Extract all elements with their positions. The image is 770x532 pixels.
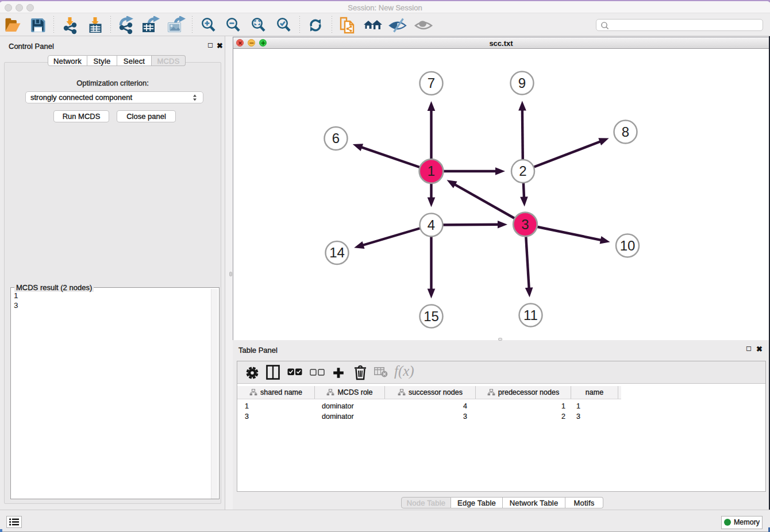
svg-text:15: 15	[424, 309, 439, 324]
svg-text:9: 9	[518, 75, 526, 91]
svg-text:7: 7	[428, 75, 435, 91]
svg-text:3: 3	[521, 217, 529, 232]
svg-text:14: 14	[329, 245, 345, 260]
svg-text:2: 2	[519, 163, 526, 179]
svg-text:6: 6	[332, 130, 340, 146]
svg-text:10: 10	[620, 238, 636, 253]
svg-text:8: 8	[622, 124, 629, 140]
svg-text:11: 11	[523, 307, 538, 323]
svg-text:1: 1	[428, 163, 435, 179]
svg-text:4: 4	[428, 217, 435, 233]
